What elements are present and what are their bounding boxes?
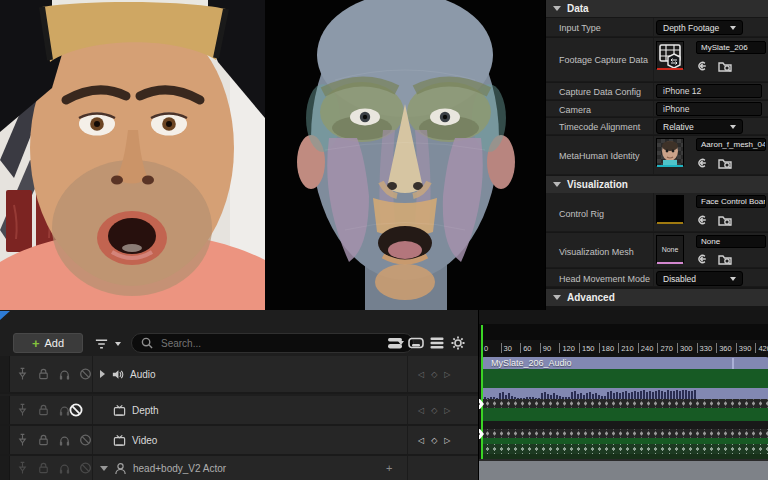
audio-media-section[interactable] [481,369,768,388]
pin-icon[interactable] [16,433,29,447]
field-label: MetaHuman Identity [559,151,640,161]
control-rig-asset-field[interactable]: Face Control Board [696,195,766,208]
field-label: Input Type [559,23,601,33]
add-label: Add [45,337,65,349]
collapse-arrow-icon[interactable] [553,295,561,300]
control-rig-thumbnail[interactable] [656,195,684,223]
video-keyframe-strip[interactable] [481,429,768,438]
collapse-arrow-icon[interactable] [553,182,561,187]
timeline-range-bar[interactable] [479,324,768,340]
row-input-type: Input Type Depth Footage [546,18,768,37]
track-row-actor[interactable]: head+body_V2 Actor + [0,456,478,480]
sequencer-panel: + Add [0,310,768,480]
mesh-thumbnail[interactable]: None [656,235,684,263]
frame-ruler[interactable]: 0306090120150180210240270300330360390420 [479,340,768,357]
divider [92,356,93,392]
camera-view-button[interactable] [407,335,424,351]
track-name-cell[interactable]: Video [113,426,157,454]
browse-asset-icon[interactable] [718,156,732,170]
ruler-tick: 210 [618,343,634,353]
expand-arrow-icon[interactable] [100,370,105,378]
mute-icon[interactable] [79,367,92,381]
capture-data-thumbnail[interactable] [656,41,684,69]
browse-asset-icon[interactable] [718,252,732,266]
list-icon [429,335,445,351]
identity-asset-field[interactable]: Aaron_f_mesh_04 [696,138,766,151]
keyframe-nav[interactable]: ◁◇▷ [418,426,450,454]
column-divider [653,233,654,267]
metahuman-mesh [265,0,545,310]
audio-section-label: MySlate_206_Audio [491,358,572,368]
pin-icon[interactable] [16,367,29,381]
head-movement-dropdown[interactable]: Disabled [656,271,743,286]
add-track-button[interactable]: + Add [13,333,83,353]
timeline-area[interactable]: 0306090120150180210240270300330360390420… [478,310,768,480]
collapse-arrow-icon[interactable] [100,466,108,471]
timecode-alignment-dropdown[interactable]: Relative [656,119,743,134]
asset-color-bar [657,68,683,70]
solo-headphones-icon[interactable] [58,433,71,447]
filter-button[interactable] [94,336,128,352]
ruler-tick: 390 [736,343,752,353]
track-name-cell[interactable]: Audio [100,356,156,392]
use-selected-icon[interactable] [697,59,711,73]
mute-icon-active[interactable] [69,403,83,417]
capture-data-asset-field[interactable]: MySlate_206 [696,41,766,54]
solo-headphones-icon[interactable] [58,461,71,475]
search-input[interactable] [159,337,398,350]
asset-color-bar [657,262,683,264]
pin-icon[interactable] [16,461,29,475]
input-type-dropdown[interactable]: Depth Footage [656,20,743,35]
track-name-cell[interactable]: head+body_V2 Actor [100,456,226,480]
lock-icon[interactable] [37,367,50,381]
track-row-audio[interactable]: Audio ◁◇▷ [0,356,478,394]
depth-keyframe-strip[interactable] [481,399,768,408]
camera-value[interactable]: iPhone [656,102,762,116]
capture-config-value[interactable]: iPhone 12 [656,84,762,98]
search-box[interactable] [131,333,414,353]
add-section-plus-icon[interactable]: + [386,462,392,474]
lock-icon[interactable] [37,461,50,475]
mesh-viewport[interactable] [265,0,545,310]
section-start-marker[interactable] [478,399,484,409]
browse-asset-icon[interactable] [718,213,732,227]
column-divider [653,269,654,286]
section-visualization[interactable]: Visualization [546,176,768,193]
asset-actions [697,156,732,170]
ruler-tick: 90 [540,343,551,353]
actor-keyframe-strip[interactable] [481,444,768,454]
keyframe-nav[interactable]: ◁◇▷ [418,356,450,392]
depth-media-section[interactable] [481,408,768,421]
use-selected-icon[interactable] [697,252,711,266]
mute-icon[interactable] [79,461,92,475]
mute-icon[interactable] [79,433,92,447]
mesh-asset-field[interactable]: None [696,235,766,248]
settings-button[interactable] [449,335,466,351]
track-list-button[interactable] [428,335,445,351]
collapse-arrow-icon[interactable] [553,6,561,11]
track-name: head+body_V2 Actor [133,463,226,474]
use-selected-icon[interactable] [697,156,711,170]
section-data[interactable]: Data [546,0,768,17]
pin-icon[interactable] [16,403,29,417]
browse-asset-icon[interactable] [718,59,732,73]
identity-thumbnail[interactable] [656,138,684,166]
track-row-video[interactable]: Video ◁◇▷ [0,426,478,456]
use-selected-icon[interactable] [697,213,711,227]
asset-actions [697,213,732,227]
solo-headphones-icon[interactable] [58,367,71,381]
section-start-marker[interactable] [478,429,484,439]
actor-person-icon [114,462,127,475]
row-capture-data-config: Capture Data Config iPhone 12 [546,83,768,100]
track-name-cell[interactable]: Depth [113,396,159,424]
keyframe-view-button[interactable] [386,335,403,351]
video-reference-pane[interactable] [0,0,265,310]
lock-icon[interactable] [37,403,50,417]
track-row-depth[interactable]: Depth ◁◇▷ [0,396,478,426]
video-tv-icon [113,434,126,447]
track-mute-controls [16,396,71,424]
divider [407,456,408,480]
keyframe-nav[interactable]: ◁◇▷ [418,396,450,424]
lock-icon[interactable] [37,433,50,447]
section-advanced[interactable]: Advanced [546,289,768,306]
